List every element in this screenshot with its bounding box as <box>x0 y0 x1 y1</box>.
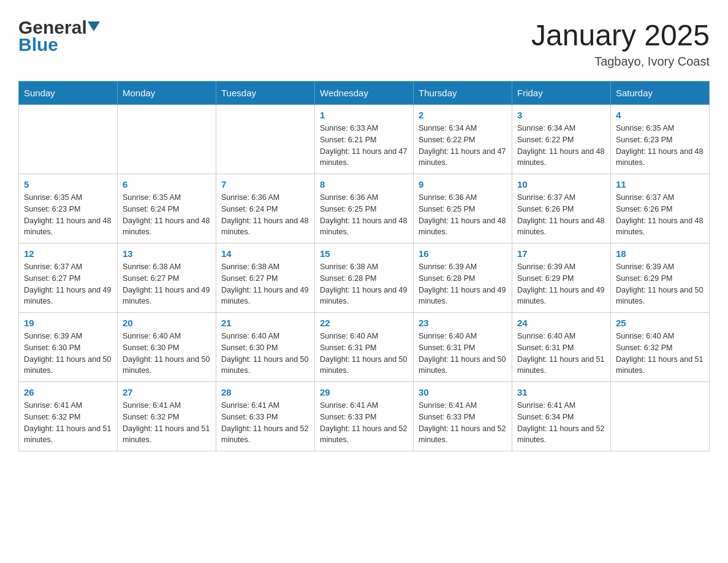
calendar-cell: 29Sunrise: 6:41 AMSunset: 6:33 PMDayligh… <box>315 382 414 451</box>
day-info: Sunrise: 6:36 AMSunset: 6:25 PMDaylight:… <box>419 192 507 238</box>
calendar-cell: 30Sunrise: 6:41 AMSunset: 6:33 PMDayligh… <box>414 382 512 451</box>
day-info: Sunrise: 6:40 AMSunset: 6:30 PMDaylight:… <box>123 331 211 377</box>
day-number: 19 <box>24 318 112 328</box>
calendar-cell: 12Sunrise: 6:37 AMSunset: 6:27 PMDayligh… <box>19 243 118 313</box>
calendar-cell: 8Sunrise: 6:36 AMSunset: 6:25 PMDaylight… <box>315 174 414 243</box>
col-header-wednesday: Wednesday <box>315 82 414 105</box>
day-number: 20 <box>123 318 211 328</box>
day-info: Sunrise: 6:37 AMSunset: 6:27 PMDaylight:… <box>24 261 112 307</box>
day-number: 16 <box>419 248 507 259</box>
calendar-cell: 23Sunrise: 6:40 AMSunset: 6:31 PMDayligh… <box>414 313 512 382</box>
day-number: 28 <box>221 387 309 397</box>
day-number: 6 <box>123 179 211 190</box>
day-info: Sunrise: 6:34 AMSunset: 6:22 PMDaylight:… <box>517 123 605 169</box>
col-header-thursday: Thursday <box>414 82 512 105</box>
day-info: Sunrise: 6:41 AMSunset: 6:33 PMDaylight:… <box>221 400 309 446</box>
day-number: 18 <box>616 248 704 259</box>
col-header-friday: Friday <box>512 82 611 105</box>
day-info: Sunrise: 6:41 AMSunset: 6:34 PMDaylight:… <box>517 400 605 446</box>
day-info: Sunrise: 6:40 AMSunset: 6:30 PMDaylight:… <box>221 331 309 377</box>
calendar-cell: 11Sunrise: 6:37 AMSunset: 6:26 PMDayligh… <box>611 174 710 243</box>
day-number: 22 <box>320 318 408 328</box>
day-info: Sunrise: 6:33 AMSunset: 6:21 PMDaylight:… <box>320 123 408 169</box>
calendar-week-4: 19Sunrise: 6:39 AMSunset: 6:30 PMDayligh… <box>19 313 710 382</box>
day-info: Sunrise: 6:40 AMSunset: 6:31 PMDaylight:… <box>419 331 507 377</box>
day-info: Sunrise: 6:34 AMSunset: 6:22 PMDaylight:… <box>419 123 507 169</box>
col-header-sunday: Sunday <box>19 82 118 105</box>
day-number: 8 <box>320 179 408 190</box>
day-number: 27 <box>123 387 211 397</box>
calendar-header-row: SundayMondayTuesdayWednesdayThursdayFrid… <box>19 82 710 105</box>
day-number: 17 <box>517 248 605 259</box>
day-info: Sunrise: 6:39 AMSunset: 6:28 PMDaylight:… <box>419 261 507 307</box>
day-number: 12 <box>24 248 112 259</box>
day-info: Sunrise: 6:35 AMSunset: 6:23 PMDaylight:… <box>24 192 112 238</box>
calendar-cell: 6Sunrise: 6:35 AMSunset: 6:24 PMDaylight… <box>118 174 216 243</box>
calendar-cell: 4Sunrise: 6:35 AMSunset: 6:23 PMDaylight… <box>611 105 710 174</box>
day-number: 1 <box>320 110 408 120</box>
day-number: 3 <box>517 110 605 120</box>
calendar-week-2: 5Sunrise: 6:35 AMSunset: 6:23 PMDaylight… <box>19 174 710 243</box>
logo-blue-text: Blue <box>18 34 100 55</box>
logo: General Blue <box>18 18 100 55</box>
calendar-table: SundayMondayTuesdayWednesdayThursdayFrid… <box>18 81 710 451</box>
day-info: Sunrise: 6:41 AMSunset: 6:33 PMDaylight:… <box>419 400 507 446</box>
calendar-cell: 7Sunrise: 6:36 AMSunset: 6:24 PMDaylight… <box>216 174 315 243</box>
day-info: Sunrise: 6:39 AMSunset: 6:30 PMDaylight:… <box>24 331 112 377</box>
day-number: 31 <box>517 387 605 397</box>
calendar-cell: 13Sunrise: 6:38 AMSunset: 6:27 PMDayligh… <box>118 243 216 313</box>
calendar-cell: 1Sunrise: 6:33 AMSunset: 6:21 PMDaylight… <box>315 105 414 174</box>
calendar-cell <box>118 105 216 174</box>
col-header-tuesday: Tuesday <box>216 82 315 105</box>
calendar-cell: 22Sunrise: 6:40 AMSunset: 6:31 PMDayligh… <box>315 313 414 382</box>
calendar-cell: 19Sunrise: 6:39 AMSunset: 6:30 PMDayligh… <box>19 313 118 382</box>
day-number: 29 <box>320 387 408 397</box>
day-number: 10 <box>517 179 605 190</box>
day-info: Sunrise: 6:41 AMSunset: 6:32 PMDaylight:… <box>123 400 211 446</box>
day-info: Sunrise: 6:38 AMSunset: 6:27 PMDaylight:… <box>221 261 309 307</box>
calendar-cell <box>216 105 315 174</box>
day-info: Sunrise: 6:40 AMSunset: 6:32 PMDaylight:… <box>616 331 704 377</box>
day-info: Sunrise: 6:40 AMSunset: 6:31 PMDaylight:… <box>517 331 605 377</box>
day-info: Sunrise: 6:39 AMSunset: 6:29 PMDaylight:… <box>616 261 704 307</box>
calendar-cell: 31Sunrise: 6:41 AMSunset: 6:34 PMDayligh… <box>512 382 611 451</box>
calendar-cell <box>611 382 710 451</box>
day-number: 23 <box>419 318 507 328</box>
calendar-cell: 28Sunrise: 6:41 AMSunset: 6:33 PMDayligh… <box>216 382 315 451</box>
day-info: Sunrise: 6:37 AMSunset: 6:26 PMDaylight:… <box>517 192 605 238</box>
calendar-cell: 10Sunrise: 6:37 AMSunset: 6:26 PMDayligh… <box>512 174 611 243</box>
day-number: 21 <box>221 318 309 328</box>
calendar-cell: 15Sunrise: 6:38 AMSunset: 6:28 PMDayligh… <box>315 243 414 313</box>
day-info: Sunrise: 6:40 AMSunset: 6:31 PMDaylight:… <box>320 331 408 377</box>
title-section: January 2025 Tagbayo, Ivory Coast <box>531 18 710 69</box>
calendar-cell: 26Sunrise: 6:41 AMSunset: 6:32 PMDayligh… <box>19 382 118 451</box>
calendar-cell: 27Sunrise: 6:41 AMSunset: 6:32 PMDayligh… <box>118 382 216 451</box>
day-number: 4 <box>616 110 704 120</box>
calendar-cell: 14Sunrise: 6:38 AMSunset: 6:27 PMDayligh… <box>216 243 315 313</box>
day-info: Sunrise: 6:35 AMSunset: 6:24 PMDaylight:… <box>123 192 211 238</box>
calendar-cell <box>19 105 118 174</box>
col-header-monday: Monday <box>118 82 216 105</box>
calendar-cell: 25Sunrise: 6:40 AMSunset: 6:32 PMDayligh… <box>611 313 710 382</box>
calendar-cell: 2Sunrise: 6:34 AMSunset: 6:22 PMDaylight… <box>414 105 512 174</box>
page-header: General Blue January 2025 Tagbayo, Ivory… <box>18 18 710 69</box>
day-number: 26 <box>24 387 112 397</box>
day-number: 25 <box>616 318 704 328</box>
calendar-cell: 5Sunrise: 6:35 AMSunset: 6:23 PMDaylight… <box>19 174 118 243</box>
day-number: 5 <box>24 179 112 190</box>
day-info: Sunrise: 6:38 AMSunset: 6:27 PMDaylight:… <box>123 261 211 307</box>
day-info: Sunrise: 6:41 AMSunset: 6:33 PMDaylight:… <box>320 400 408 446</box>
location-text: Tagbayo, Ivory Coast <box>531 55 710 69</box>
day-number: 2 <box>419 110 507 120</box>
calendar-cell: 18Sunrise: 6:39 AMSunset: 6:29 PMDayligh… <box>611 243 710 313</box>
calendar-cell: 17Sunrise: 6:39 AMSunset: 6:29 PMDayligh… <box>512 243 611 313</box>
calendar-cell: 21Sunrise: 6:40 AMSunset: 6:30 PMDayligh… <box>216 313 315 382</box>
day-number: 7 <box>221 179 309 190</box>
day-info: Sunrise: 6:37 AMSunset: 6:26 PMDaylight:… <box>616 192 704 238</box>
logo-triangle-icon <box>88 21 100 31</box>
calendar-week-3: 12Sunrise: 6:37 AMSunset: 6:27 PMDayligh… <box>19 243 710 313</box>
day-info: Sunrise: 6:39 AMSunset: 6:29 PMDaylight:… <box>517 261 605 307</box>
day-info: Sunrise: 6:35 AMSunset: 6:23 PMDaylight:… <box>616 123 704 169</box>
calendar-cell: 3Sunrise: 6:34 AMSunset: 6:22 PMDaylight… <box>512 105 611 174</box>
calendar-week-1: 1Sunrise: 6:33 AMSunset: 6:21 PMDaylight… <box>19 105 710 174</box>
